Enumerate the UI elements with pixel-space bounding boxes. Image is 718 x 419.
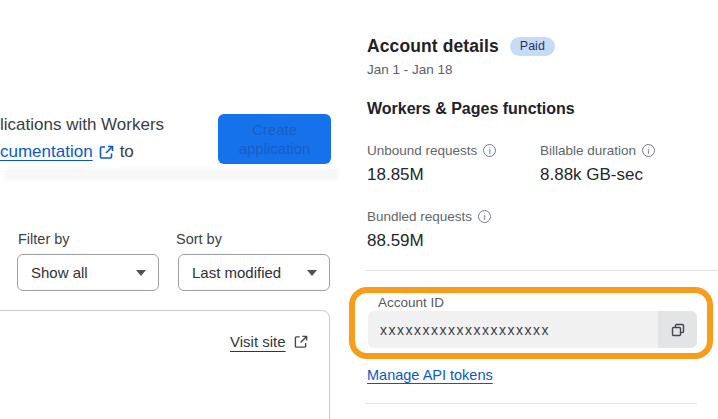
copy-account-id-button[interactable]: [658, 311, 697, 348]
external-link-icon: [294, 335, 308, 349]
stat-bundled-requests-value: 88.59M: [367, 231, 424, 251]
info-icon[interactable]: i: [642, 144, 655, 157]
application-card: [0, 310, 330, 419]
stat-label-text: Billable duration: [540, 143, 636, 158]
visit-site-link[interactable]: Visit site: [230, 333, 308, 350]
sort-dropdown-value: Last modified: [192, 264, 281, 281]
copy-icon: [670, 322, 686, 338]
stat-label-text: Bundled requests: [367, 209, 472, 224]
stat-billable-duration-label: Billable duration i: [540, 143, 655, 158]
create-application-button[interactable]: Create application: [218, 114, 331, 164]
intro-text-line2: cumentation to: [0, 142, 134, 162]
account-details-title: Account details: [367, 36, 499, 57]
info-icon[interactable]: i: [483, 144, 496, 157]
external-link-icon: [99, 145, 114, 160]
account-id-input[interactable]: [368, 311, 658, 348]
account-id-field-group: [368, 311, 697, 348]
documentation-link[interactable]: cumentation: [0, 142, 93, 162]
chevron-down-icon: [136, 270, 146, 276]
manage-api-tokens-link[interactable]: Manage API tokens: [367, 367, 493, 383]
divider: [365, 403, 697, 404]
billing-date-range: Jan 1 - Jan 18: [367, 62, 453, 77]
stat-label-text: Unbound requests: [367, 143, 477, 158]
workers-pages-dashboard: lications with Workers cumentation to Cr…: [0, 0, 718, 419]
stat-unbound-requests-label: Unbound requests i: [367, 143, 496, 158]
faded-text-artifact: [4, 168, 339, 181]
chevron-down-icon: [307, 270, 317, 276]
intro-text-line1: lications with Workers: [0, 115, 164, 135]
usage-section-title: Workers & Pages functions: [367, 100, 575, 118]
account-details-panel: Account details Paid Jan 1 - Jan 18 Work…: [365, 0, 718, 419]
filter-dropdown[interactable]: Show all: [17, 254, 159, 291]
stat-unbound-requests-value: 18.85M: [367, 165, 424, 185]
intro-text-after-link: to: [120, 142, 134, 162]
paid-plan-badge: Paid: [510, 37, 555, 57]
stat-bundled-requests-label: Bundled requests i: [367, 209, 491, 224]
sort-by-label: Sort by: [176, 231, 222, 247]
info-icon[interactable]: i: [478, 210, 491, 223]
visit-site-label: Visit site: [230, 333, 286, 350]
filter-dropdown-value: Show all: [31, 264, 88, 281]
filter-by-label: Filter by: [18, 231, 70, 247]
account-id-label: Account ID: [378, 295, 444, 310]
stat-billable-duration-value: 8.88k GB-sec: [540, 165, 643, 185]
divider: [365, 270, 718, 271]
account-details-header: Account details Paid: [367, 36, 555, 57]
sort-dropdown[interactable]: Last modified: [178, 254, 330, 291]
